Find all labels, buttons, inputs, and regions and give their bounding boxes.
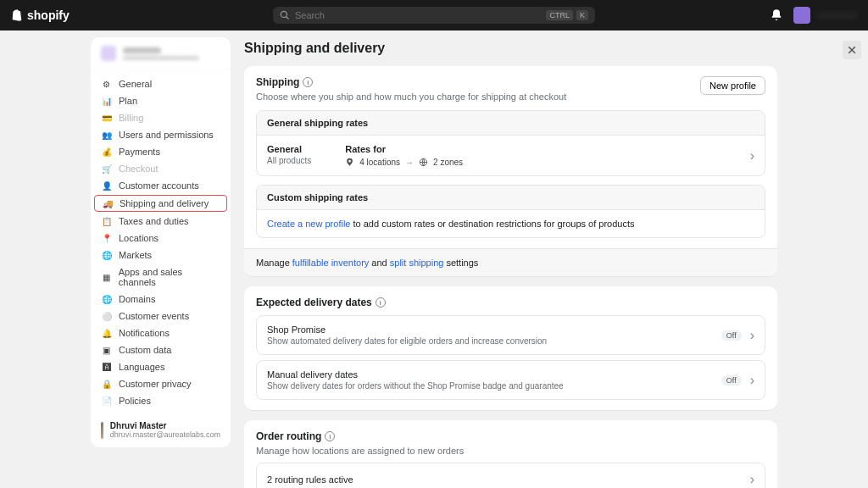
user-name: Dhruvi Master — [110, 421, 220, 430]
sidebar-item-locations[interactable]: 📍Locations — [91, 230, 231, 247]
split-shipping-link[interactable]: split shipping — [390, 258, 444, 268]
status-badge: Off — [721, 330, 742, 341]
nav-label: Plan — [119, 96, 137, 106]
manual-title: Manual delivery dates — [267, 369, 564, 380]
sidebar-item-customer-accounts[interactable]: 👤Customer accounts — [91, 177, 231, 194]
nav-icon: ⚙ — [101, 80, 112, 89]
sidebar-item-domains[interactable]: 🌐Domains — [91, 291, 231, 308]
user-email: dhruvi.master@aureatelabs.com — [110, 430, 220, 439]
search-icon — [280, 10, 290, 20]
sidebar-item-custom-data[interactable]: ▣Custom data — [91, 341, 231, 358]
main-content: Shipping and delivery Shipping i Choose … — [244, 37, 777, 488]
chevron-right-icon — [750, 328, 754, 343]
shop-promise-title: Shop Promise — [267, 324, 547, 335]
settings-nav: ⚙General📊Plan💳Billing👥Users and permissi… — [91, 70, 231, 414]
search-bar[interactable]: CTRLK — [273, 7, 595, 24]
custom-rates-body: Create a new profile to add custom rates… — [257, 210, 765, 237]
nav-icon: 📍 — [101, 234, 112, 243]
nav-icon: 💳 — [101, 114, 112, 123]
chevron-right-icon — [750, 373, 754, 388]
nav-icon: 📋 — [101, 217, 112, 226]
nav-icon: 📄 — [101, 396, 112, 406]
sidebar-item-policies[interactable]: 📄Policies — [91, 392, 231, 409]
user-avatar — [101, 422, 103, 439]
sidebar-item-general[interactable]: ⚙General — [91, 75, 231, 92]
sidebar-item-taxes-and-duties[interactable]: 📋Taxes and duties — [91, 213, 231, 230]
sidebar-item-billing[interactable]: 💳Billing — [91, 109, 231, 126]
sidebar-item-notifications[interactable]: 🔔Notifications — [91, 324, 231, 341]
search-shortcut: CTRLK — [546, 10, 588, 20]
sidebar-item-checkout[interactable]: 🛒Checkout — [91, 160, 231, 177]
nav-label: Customer privacy — [119, 379, 192, 389]
page-title: Shipping and delivery — [244, 41, 777, 56]
bell-icon[interactable] — [770, 8, 783, 22]
routing-rules-text: 2 routing rules active — [267, 474, 353, 485]
profile-name: General — [267, 144, 311, 154]
sidebar-item-plan[interactable]: 📊Plan — [91, 92, 231, 109]
nav-icon: 🔔 — [101, 329, 112, 338]
nav-icon: 👥 — [101, 130, 112, 140]
info-icon[interactable]: i — [376, 297, 386, 308]
shopify-icon — [10, 8, 24, 23]
sidebar-item-shipping-and-delivery[interactable]: 🚚Shipping and delivery — [94, 195, 227, 212]
routing-title: Order routing i — [256, 430, 765, 442]
routing-rules-row[interactable]: 2 routing rules active — [256, 463, 765, 488]
nav-label: Languages — [119, 362, 164, 372]
nav-label: Customer accounts — [119, 180, 199, 191]
sidebar-user[interactable]: Dhruvi Master dhruvi.master@aureatelabs.… — [91, 414, 231, 447]
close-button[interactable] — [843, 41, 861, 59]
sidebar-item-markets[interactable]: 🌐Markets — [91, 247, 231, 263]
nav-label: Payments — [119, 147, 160, 157]
manual-dates-row[interactable]: Manual delivery dates Show delivery date… — [256, 360, 765, 400]
sidebar-item-users-and-permissions[interactable]: 👥Users and permissions — [91, 126, 231, 143]
user-name-blurred — [815, 11, 858, 19]
manual-sub: Show delivery dates for orders without t… — [267, 381, 564, 391]
sidebar-item-payments[interactable]: 💰Payments — [91, 143, 231, 160]
avatar — [793, 7, 810, 24]
fulfillable-link[interactable]: fulfillable inventory — [292, 258, 370, 268]
order-routing-card: Order routing i Manage how locations are… — [244, 420, 777, 488]
profile-sub: All products — [267, 156, 311, 165]
user-menu[interactable] — [793, 7, 858, 24]
sidebar-item-languages[interactable]: 🅰Languages — [91, 358, 231, 375]
nav-icon: ⚪ — [101, 312, 112, 321]
search-input[interactable] — [295, 10, 546, 20]
topbar: shopify CTRLK — [0, 0, 868, 30]
close-icon — [847, 45, 857, 55]
nav-label: Locations — [119, 233, 159, 243]
nav-label: General — [119, 79, 152, 89]
nav-label: Policies — [119, 396, 151, 406]
brand-logo[interactable]: shopify — [10, 8, 70, 23]
nav-icon: 🔒 — [101, 380, 112, 389]
nav-icon: ▦ — [101, 273, 112, 282]
sidebar-item-customer-events[interactable]: ⚪Customer events — [91, 308, 231, 324]
general-profile-row[interactable]: General All products Rates for 4 locatio… — [257, 136, 765, 175]
chevron-right-icon — [750, 472, 754, 487]
new-profile-button[interactable]: New profile — [700, 76, 765, 95]
shipping-subtitle: Choose where you ship and how much you c… — [256, 92, 566, 102]
nav-icon: 🌐 — [101, 251, 112, 260]
nav-icon: 🅰 — [101, 363, 112, 372]
nav-label: Domains — [119, 294, 155, 304]
info-icon[interactable]: i — [325, 431, 335, 441]
shop-promise-row[interactable]: Shop Promise Show automated delivery dat… — [256, 315, 765, 355]
sidebar-item-customer-privacy[interactable]: 🔒Customer privacy — [91, 375, 231, 392]
topbar-right — [770, 7, 858, 24]
nav-icon: 🛒 — [101, 164, 112, 174]
nav-label: Customer events — [119, 311, 189, 321]
general-rates-heading: General shipping rates — [257, 111, 765, 136]
nav-icon: 👤 — [101, 181, 112, 191]
rates-for-detail: 4 locations → 2 zones — [345, 158, 463, 167]
nav-label: Shipping and delivery — [120, 198, 209, 208]
location-icon — [345, 158, 354, 167]
expected-dates-card: Expected delivery dates i Shop Promise S… — [244, 286, 777, 410]
create-profile-link[interactable]: Create a new profile — [267, 219, 350, 229]
nav-icon: 💰 — [101, 147, 112, 157]
manage-inventory-note: Manage fulfillable inventory and split s… — [244, 248, 777, 276]
nav-label: Users and permissions — [119, 130, 214, 140]
nav-label: Billing — [119, 113, 143, 123]
nav-icon: ▣ — [101, 346, 112, 355]
sidebar-item-apps-and-sales-channels[interactable]: ▦Apps and sales channels — [91, 263, 231, 291]
globe-icon — [419, 158, 428, 167]
info-icon[interactable]: i — [303, 77, 313, 87]
